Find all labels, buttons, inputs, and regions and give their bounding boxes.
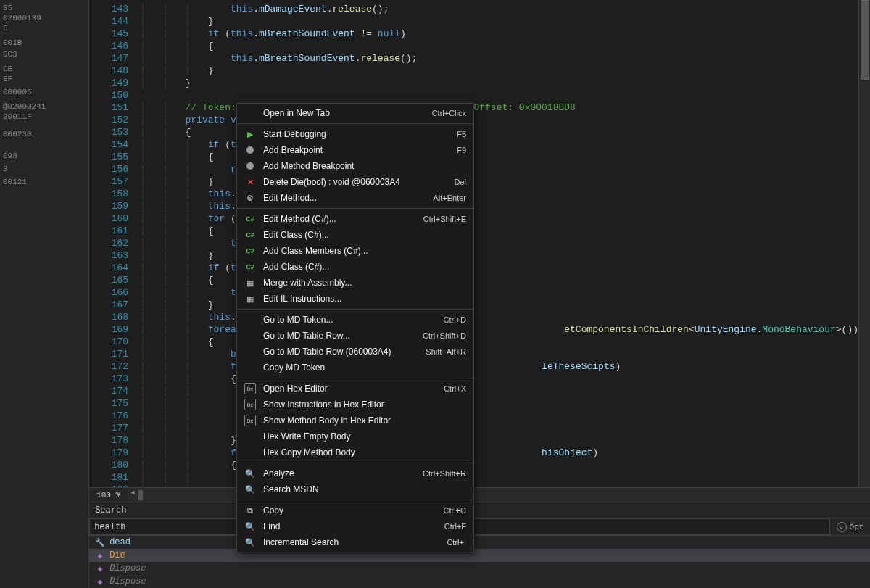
menu-item[interactable]: 🔍Search MSDN (237, 481, 473, 497)
search-result-item[interactable]: ◈Dispose (89, 575, 870, 588)
menu-label: Go to MD Table Row (060003A4) (260, 347, 426, 357)
menu-item[interactable]: Hex Copy Method Body (237, 444, 473, 460)
line-number: 174 (89, 385, 128, 397)
menu-item[interactable]: Go to MD Token...Ctrl+D (237, 312, 473, 328)
assembly-icon: ▦ (244, 277, 256, 289)
code-line[interactable]: │ │ │ if (this.mBreathSoundEvent != null… (140, 28, 858, 40)
menu-item[interactable]: Go to MD Table Row (060003A4)Shift+Alt+R (237, 344, 473, 360)
menu-item[interactable]: C#Edit Class (C#)... (237, 227, 473, 243)
menu-label: Show Method Body in Hex Editor (260, 415, 466, 426)
code-line[interactable] (140, 89, 858, 102)
menu-item[interactable]: 🔍FindCtrl+F (237, 518, 473, 534)
menu-item[interactable]: C#Add Class (C#)... (237, 259, 473, 275)
code-line[interactable]: │ │ │ } (140, 15, 858, 28)
menu-item[interactable]: Go to MD Table Row...Ctrl+Shift+D (237, 328, 473, 344)
menu-item[interactable]: ⧉CopyCtrl+C (237, 502, 473, 518)
menu-label: Edit Method... (260, 193, 433, 203)
zoom-level[interactable]: 100 % (89, 491, 128, 500)
tree-item[interactable]: @02000241 (0, 102, 88, 112)
tree-item[interactable]: 000005 (0, 87, 88, 97)
menu-item[interactable]: 0xOpen Hex EditorCtrl+X (237, 381, 473, 397)
menu-label: Open in New Tab (260, 108, 432, 118)
tree-item[interactable]: 3 (0, 164, 88, 174)
menu-label: Incremental Search (260, 537, 447, 547)
tree-item[interactable]: 001B (0, 38, 88, 48)
menu-item[interactable]: Copy MD Token (237, 360, 473, 376)
menu-item[interactable]: ✕Delete Die(bool) : void @060003A4Del (237, 174, 473, 190)
search-options-button[interactable]: ⌄ Opt (829, 518, 870, 535)
line-number: 173 (89, 373, 128, 385)
menu-item[interactable]: Add Method Breakpoint (237, 158, 473, 174)
search-results[interactable]: 🔧dead◈Die◈Dispose◈Dispose (89, 536, 870, 588)
menu-item[interactable]: ⚙Edit Method...Alt+Enter (237, 190, 473, 206)
tree-item[interactable]: 20011F (0, 112, 88, 122)
line-number: 167 (89, 299, 128, 311)
method-icon: ◈ (95, 576, 105, 587)
menu-shortcut: Ctrl+Shift+D (423, 331, 466, 340)
hex-icon: 0x (244, 415, 256, 426)
tree-item[interactable]: 0C3 (0, 49, 88, 59)
tree-item[interactable]: CE (0, 64, 88, 74)
menu-shortcut: Ctrl+F (444, 522, 466, 531)
vertical-scrollbar[interactable] (858, 0, 870, 487)
code-line[interactable]: │ │ │ { (140, 40, 858, 52)
result-label: Dispose (109, 563, 146, 573)
menu-label: Copy (260, 505, 444, 515)
menu-item[interactable]: Add BreakpointF9 (237, 142, 473, 158)
tree-item[interactable]: 35 (0, 3, 88, 13)
method-icon: ◈ (95, 550, 105, 560)
line-number: 169 (89, 323, 128, 336)
menu-item[interactable]: Open in New TabCtrl+Click (237, 105, 473, 121)
code-line[interactable]: │ │ │ this.mBreathSoundEvent.release(); (140, 52, 858, 65)
tree-item[interactable]: 098 (0, 151, 88, 161)
menu-item[interactable]: C#Add Class Members (C#)... (237, 243, 473, 259)
line-number: 162 (89, 237, 128, 249)
menu-item[interactable]: Hex Write Empty Body (237, 428, 473, 444)
menu-item[interactable]: C#Edit Method (C#)...Ctrl+Shift+E (237, 211, 473, 227)
menu-item[interactable]: 🔍AnalyzeCtrl+Shift+R (237, 465, 473, 481)
menu-label: Go to MD Token... (260, 315, 444, 325)
menu-item[interactable]: ▶Start DebuggingF5 (237, 126, 473, 142)
line-number: 165 (89, 274, 128, 286)
menu-item[interactable]: 0xShow Instructions in Hex Editor (237, 397, 473, 413)
tree-item[interactable]: EF (0, 74, 88, 84)
line-number: 176 (89, 410, 128, 422)
menu-shortcut: Ctrl+C (444, 506, 466, 515)
search-result-item[interactable]: ◈Die (89, 549, 870, 562)
tree-item[interactable]: E (0, 23, 88, 33)
menu-item[interactable]: 🔍Incremental SearchCtrl+I (237, 534, 473, 550)
search-result-item[interactable]: 🔧dead (89, 536, 870, 549)
tree-item[interactable]: 000230 (0, 129, 88, 139)
h-scrollbar-thumb[interactable] (138, 490, 143, 500)
line-number: 161 (89, 225, 128, 237)
line-number: 159 (89, 200, 128, 212)
line-number: 152 (89, 114, 128, 126)
menu-item[interactable]: ▦Merge with Assembly... (237, 275, 473, 291)
menu-label: Add Method Breakpoint (260, 161, 466, 171)
search-icon: 🔍 (244, 484, 256, 495)
code-line[interactable]: │ │ │ this.mDamageEvent.release(); (140, 3, 858, 15)
menu-label: Add Class (C#)... (260, 262, 466, 272)
menu-label: Analyze (260, 468, 423, 479)
line-number: 157 (89, 175, 128, 188)
search-result-item[interactable]: ◈Dispose (89, 562, 870, 575)
line-number: 158 (89, 188, 128, 200)
search-icon: 🔍 (244, 537, 256, 548)
menu-label: Go to MD Table Row... (260, 331, 423, 341)
assembly-tree-panel[interactable]: 3502000139E001B0C3CEEF000005@02000241200… (0, 0, 89, 588)
line-number: 166 (89, 286, 128, 299)
breakpoint-icon (244, 160, 256, 172)
line-number: 155 (89, 151, 128, 163)
menu-shortcut: Ctrl+X (444, 384, 466, 393)
code-line[interactable]: │ │ │ } (140, 65, 858, 77)
scrollbar-thumb[interactable] (861, 0, 869, 80)
code-line[interactable]: │ │ } (140, 77, 858, 89)
context-menu[interactable]: Open in New TabCtrl+Click▶Start Debuggin… (236, 103, 474, 552)
prop-icon: 🔧 (95, 537, 105, 547)
menu-item[interactable]: 0xShow Method Body in Hex Editor (237, 413, 473, 428)
tree-item[interactable]: 00121 (0, 177, 88, 187)
tree-item[interactable]: 02000139 (0, 13, 88, 23)
menu-item[interactable]: ▦Edit IL Instructions... (237, 291, 473, 307)
line-number: 171 (89, 348, 128, 360)
code-editor[interactable]: 1431441451461471481491501511521531541551… (89, 0, 870, 487)
